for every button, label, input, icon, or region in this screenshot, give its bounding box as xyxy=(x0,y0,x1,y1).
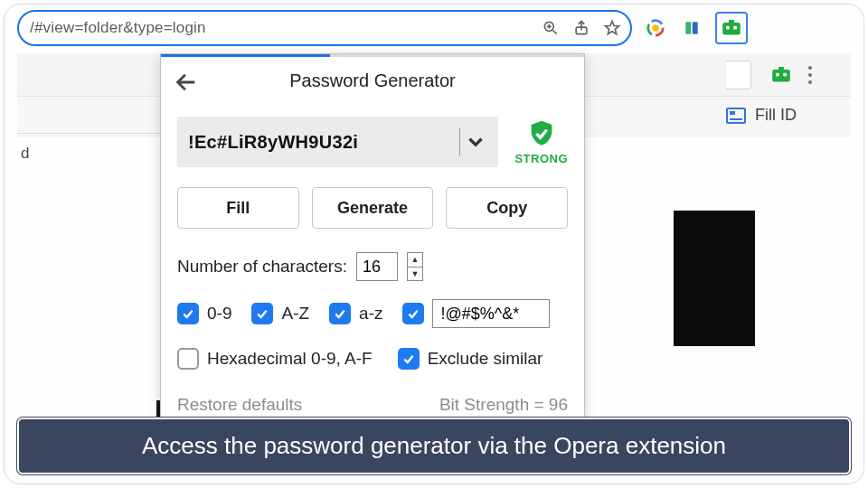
svg-rect-11 xyxy=(693,22,698,33)
restore-defaults-link[interactable]: Restore defaults xyxy=(177,395,302,415)
popup-title: Password Generator xyxy=(289,70,455,91)
checkbox-hex[interactable] xyxy=(177,348,199,370)
generated-password: !Ec#LiR8yWH9U32i xyxy=(188,132,452,153)
svg-rect-17 xyxy=(776,73,779,77)
svg-rect-10 xyxy=(685,22,691,33)
svg-rect-14 xyxy=(733,26,737,30)
exclude-label: Exclude similar xyxy=(428,349,543,369)
fill-id-button[interactable]: Fill ID xyxy=(726,106,797,125)
checkbox-digits[interactable] xyxy=(177,303,199,324)
roboform-toolbar-icon[interactable] xyxy=(769,63,793,87)
svg-marker-5 xyxy=(606,22,619,34)
lower-label: a-z xyxy=(359,304,382,324)
hex-label: Hexadecimal 0-9, A-F xyxy=(207,349,373,369)
numchar-label: Number of characters: xyxy=(177,257,347,277)
digits-label: 0-9 xyxy=(207,304,231,324)
checkbox-lower[interactable] xyxy=(329,303,351,324)
background-content-2 xyxy=(674,211,755,346)
share-icon[interactable] xyxy=(572,19,590,37)
checkbox-symbols[interactable] xyxy=(402,303,424,324)
symbols-input[interactable] xyxy=(432,299,550,328)
svg-rect-19 xyxy=(778,67,784,70)
extension-row xyxy=(643,12,748,44)
left-column-fragment: d xyxy=(17,133,162,155)
back-arrow-icon[interactable] xyxy=(174,70,199,95)
svg-point-9 xyxy=(652,24,658,31)
generated-password-field[interactable]: !Ec#LiR8yWH9U32i xyxy=(177,117,498,167)
password-generator-popup: Password Generator !Ec#LiR8yWH9U32i STRO… xyxy=(160,53,585,432)
svg-line-1 xyxy=(553,31,557,34)
fill-id-label: Fill ID xyxy=(755,106,797,125)
bit-strength-label: Bit Strength = 96 xyxy=(439,395,568,415)
stepper-down-icon: ▼ xyxy=(408,267,422,281)
numchar-stepper[interactable]: ▲ ▼ xyxy=(407,252,423,281)
extension-icon-2[interactable] xyxy=(679,15,704,41)
chevron-down-icon[interactable] xyxy=(464,130,487,154)
svg-rect-13 xyxy=(726,26,730,30)
zoom-icon[interactable] xyxy=(542,19,560,37)
checkbox-upper[interactable] xyxy=(251,303,273,324)
copy-button[interactable]: Copy xyxy=(446,187,568,229)
generate-button[interactable]: Generate xyxy=(312,187,434,229)
caption-banner: Access the password generator via the Op… xyxy=(17,418,851,474)
strength-label: STRONG xyxy=(514,152,568,165)
id-card-icon xyxy=(726,108,746,124)
shield-check-icon xyxy=(526,118,557,149)
numchar-input[interactable] xyxy=(356,252,398,281)
svg-rect-18 xyxy=(783,73,787,77)
bookmark-star-icon[interactable] xyxy=(603,19,621,37)
roboform-extension-icon[interactable] xyxy=(715,12,748,44)
url-text: /#view=folder&type=login xyxy=(30,19,529,37)
fill-button[interactable]: Fill xyxy=(177,187,299,229)
search-field-edge[interactable] xyxy=(726,61,751,89)
checkbox-exclude-similar[interactable] xyxy=(398,348,420,370)
svg-rect-15 xyxy=(729,20,734,23)
svg-rect-12 xyxy=(722,23,741,35)
popup-header: Password Generator xyxy=(161,57,584,104)
strength-indicator: STRONG xyxy=(514,118,568,165)
google-extension-icon[interactable] xyxy=(643,15,668,41)
stepper-up-icon: ▲ xyxy=(408,253,422,267)
address-bar[interactable]: /#view=folder&type=login xyxy=(17,10,632,46)
more-menu-icon[interactable] xyxy=(800,61,820,89)
svg-rect-16 xyxy=(772,70,790,82)
upper-label: A-Z xyxy=(281,304,309,324)
